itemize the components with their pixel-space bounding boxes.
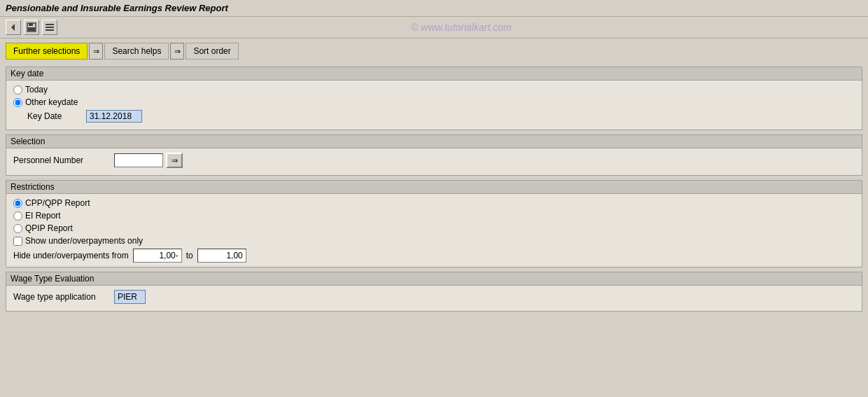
today-radio[interactable] xyxy=(13,85,22,95)
other-keydate-radio[interactable] xyxy=(13,98,22,107)
settings-icon xyxy=(45,22,55,32)
wage-type-row: Wage type application xyxy=(13,290,855,304)
personnel-number-input[interactable] xyxy=(114,153,163,167)
cpp-qpp-row: CPP/QPP Report xyxy=(13,198,855,208)
wage-type-application-label: Wage type application xyxy=(13,292,111,302)
wage-type-section: Wage Type Evaluation Wage type applicati… xyxy=(6,272,862,312)
show-label: Show under/overpayments only xyxy=(25,236,143,246)
tab-arrow-1[interactable]: ⇒ xyxy=(89,43,103,60)
key-date-section: Key date Today Other keydate Key Date xyxy=(6,67,862,130)
selection-header: Selection xyxy=(6,135,862,148)
cpp-qpp-radio[interactable] xyxy=(13,199,22,208)
personnel-number-row: Personnel Number ⇒ xyxy=(13,153,855,168)
ei-radio[interactable] xyxy=(13,211,22,221)
tab-bar: Further selections ⇒ Search helps ⇒ Sort… xyxy=(0,39,868,64)
arrow-icon-2: ⇒ xyxy=(174,47,181,56)
wage-type-header: Wage Type Evaluation xyxy=(6,272,862,286)
save-icon xyxy=(27,22,36,32)
today-radio-row: Today xyxy=(13,85,855,95)
ei-label: EI Report xyxy=(25,211,61,221)
selection-section: Selection Personnel Number ⇒ xyxy=(6,134,862,176)
hide-from-input[interactable] xyxy=(133,249,182,263)
ei-report-row: EI Report xyxy=(13,211,855,221)
svg-rect-4 xyxy=(46,24,54,25)
toolbar: © www.tutorialkart.com xyxy=(0,17,868,39)
arrow-icon-1: ⇒ xyxy=(93,47,99,56)
svg-marker-0 xyxy=(11,24,15,31)
qpip-radio[interactable] xyxy=(13,224,22,233)
qpip-report-row: QPIP Report xyxy=(13,223,855,233)
arrow-right-icon: ⇒ xyxy=(172,156,178,165)
key-date-field-row: Key Date xyxy=(27,110,855,123)
search-helps-tab[interactable]: Search helps xyxy=(104,43,169,60)
other-keydate-label: Other keydate xyxy=(25,97,78,107)
other-keydate-radio-row: Other keydate xyxy=(13,97,855,107)
cpp-qpp-label: CPP/QPP Report xyxy=(25,198,90,208)
tab-arrow-2[interactable]: ⇒ xyxy=(170,43,184,60)
today-label: Today xyxy=(25,85,48,95)
page-title: Pensionable and Insurable Earnings Revie… xyxy=(6,3,228,13)
svg-rect-6 xyxy=(46,29,54,31)
hide-row: Hide under/overpayments from to xyxy=(13,249,855,263)
to-label: to xyxy=(186,251,193,260)
watermark: © www.tutorialkart.com xyxy=(60,22,862,33)
svg-rect-5 xyxy=(46,27,54,28)
wage-type-application-input[interactable] xyxy=(114,290,146,304)
svg-rect-2 xyxy=(29,23,33,26)
hide-label: Hide under/overpayments from xyxy=(13,251,129,260)
further-selections-tab[interactable]: Further selections xyxy=(6,43,88,60)
key-date-header: Key date xyxy=(6,67,862,81)
key-date-input[interactable] xyxy=(86,110,142,123)
personnel-number-label: Personnel Number xyxy=(13,155,111,165)
show-checkbox[interactable] xyxy=(13,237,22,246)
toolbar-btn-2[interactable] xyxy=(24,20,39,35)
qpip-label: QPIP Report xyxy=(25,223,73,233)
back-icon xyxy=(8,22,19,33)
hide-to-input[interactable] xyxy=(197,249,246,263)
key-date-label: Key Date xyxy=(27,111,83,121)
restrictions-section: Restrictions CPP/QPP Report EI Report QP… xyxy=(6,180,862,267)
toolbar-btn-3[interactable] xyxy=(42,20,57,35)
restrictions-header: Restrictions xyxy=(6,181,862,194)
title-bar: Pensionable and Insurable Earnings Revie… xyxy=(0,0,868,17)
toolbar-btn-1[interactable] xyxy=(6,20,21,35)
personnel-arrow-btn[interactable]: ⇒ xyxy=(166,153,183,168)
svg-rect-3 xyxy=(28,27,35,31)
show-checkbox-row: Show under/overpayments only xyxy=(13,236,855,246)
sort-order-tab[interactable]: Sort order xyxy=(186,43,238,60)
